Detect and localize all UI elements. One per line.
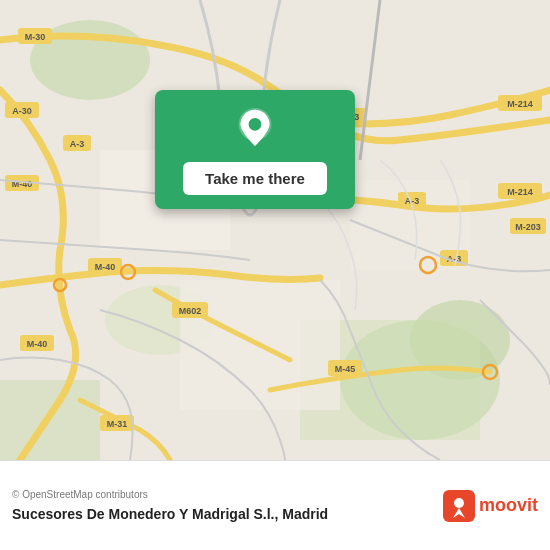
location-name: Sucesores De Monedero Y Madrigal S.l., M… <box>12 506 443 522</box>
moovit-logo: moovit <box>443 490 538 522</box>
svg-text:M-45: M-45 <box>335 364 356 374</box>
svg-text:M-40: M-40 <box>95 262 116 272</box>
bottom-bar: © OpenStreetMap contributors Sucesores D… <box>0 460 550 550</box>
location-card: Take me there <box>155 90 355 209</box>
svg-text:M-214: M-214 <box>507 99 533 109</box>
svg-point-49 <box>454 498 464 508</box>
moovit-brand-icon <box>443 490 475 522</box>
location-pin-icon <box>235 108 275 148</box>
svg-text:M602: M602 <box>179 306 202 316</box>
svg-text:M-40: M-40 <box>27 339 48 349</box>
svg-text:M-30: M-30 <box>25 32 46 42</box>
svg-text:M-214: M-214 <box>507 187 533 197</box>
svg-point-47 <box>249 118 262 131</box>
copyright-text: © OpenStreetMap contributors <box>12 489 443 500</box>
map-container: M-30 M-40 M-40 A-3 M-214 A-3 M-214 M-203… <box>0 0 550 460</box>
map-svg: M-30 M-40 M-40 A-3 M-214 A-3 M-214 M-203… <box>0 0 550 460</box>
svg-text:A-3: A-3 <box>70 139 85 149</box>
svg-text:M-31: M-31 <box>107 419 128 429</box>
take-me-there-button[interactable]: Take me there <box>183 162 327 195</box>
svg-text:A-30: A-30 <box>12 106 32 116</box>
svg-text:M-203: M-203 <box>515 222 541 232</box>
moovit-label: moovit <box>479 495 538 516</box>
bottom-text-block: © OpenStreetMap contributors Sucesores D… <box>12 489 443 522</box>
